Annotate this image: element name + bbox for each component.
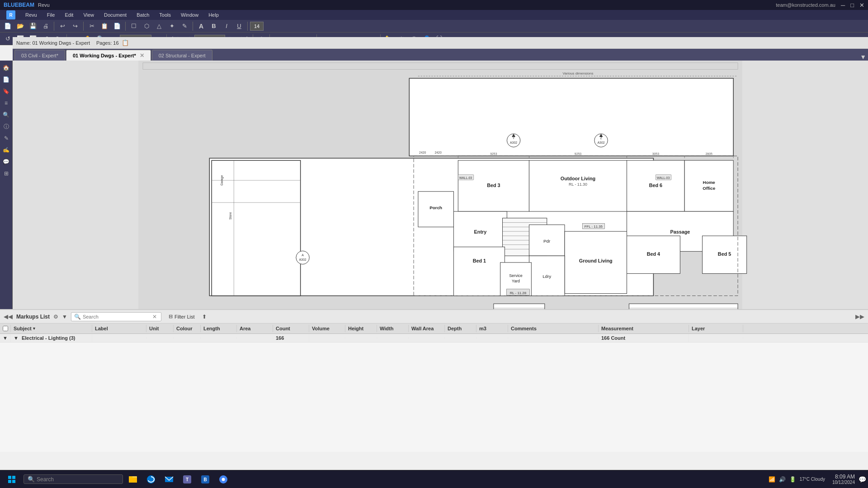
taskbar-icon-mail[interactable] [161,471,177,488]
col-header-depth[interactable]: Depth [445,325,476,332]
redo-btn[interactable]: ↪ [69,20,81,32]
menu-help[interactable]: Help [204,11,223,19]
taskbar-icon-bluebeam[interactable]: B [197,471,213,488]
sidebar-btn-markups[interactable]: ✎ [1,133,12,144]
panel-right-arrow[interactable]: ▶▶ [855,313,864,320]
tab-structural[interactable]: 02 Structural - Expert [152,50,212,61]
col-header-subject[interactable]: Subject ▾ [11,325,92,332]
col-header-area[interactable]: Area [237,325,273,332]
text-btn[interactable]: A [195,20,207,32]
col-header-width[interactable]: Width [377,325,409,332]
volume-icon[interactable]: 🔊 [779,476,786,483]
markup-btn1[interactable]: ☐ [128,20,140,32]
font-size-input[interactable] [250,22,264,31]
pages-label: Pages: 16 [96,40,119,46]
export-btn[interactable]: ⬆ [202,314,207,320]
col-header-volume[interactable]: Volume [309,325,345,332]
col-header-check[interactable] [0,325,11,332]
svg-rect-95 [12,476,15,479]
markup-btn4[interactable]: ✦ [166,20,178,32]
close-button[interactable]: ✕ [859,2,864,9]
col-header-m3[interactable]: m3 [476,325,508,332]
taskbar-search[interactable]: 🔍 Search [24,474,123,484]
tab-working-close[interactable]: ✕ [140,52,144,59]
start-button[interactable] [2,471,22,488]
svg-rect-100 [129,476,132,478]
tab-civil[interactable]: 03 Civil - Expert* [14,50,65,61]
new-btn[interactable]: 📄 [2,20,14,32]
notification-icon[interactable]: 💬 [859,476,866,483]
col-header-comments[interactable]: Comments [508,325,599,332]
filter-list-btn[interactable]: ⊟ Filter List [165,312,198,321]
sidebar-btn-layers[interactable]: ≡ [1,98,12,108]
sidebar-btn-comments[interactable]: 💬 [1,156,12,167]
search-clear-btn[interactable]: ✕ [152,314,157,320]
markup-btn3[interactable]: △ [153,20,165,32]
sidebar-btn-signatures[interactable]: ✍ [1,145,12,155]
maximize-button[interactable]: □ [850,2,854,9]
taskbar-icon-chrome[interactable] [215,471,231,488]
paste-btn[interactable]: 📄 [111,20,123,32]
battery-icon[interactable]: 🔋 [789,476,796,483]
copy-btn[interactable]: 📋 [99,20,110,32]
minimize-button[interactable]: ─ [841,2,845,9]
print-btn[interactable]: 🖨 [40,20,52,32]
sidebar-btn-properties[interactable]: ⓘ [1,121,12,132]
markup-btn5[interactable]: ✎ [179,20,190,32]
save-btn[interactable]: 💾 [27,20,39,32]
group-check: ▼ [0,334,11,342]
group-length [201,337,237,339]
markup-btn2[interactable]: ⬡ [141,20,152,32]
col-header-count[interactable]: Count [273,325,309,332]
cut-btn[interactable]: ✂ [86,20,98,32]
menu-view[interactable]: View [79,11,99,19]
menu-document[interactable]: Document [99,11,131,19]
markups-filter-icon-btn[interactable]: ▼ [62,314,67,320]
markups-search-input[interactable] [83,314,151,319]
refresh-btn[interactable]: ↺ [2,33,14,45]
tab-arrow[interactable]: ▼ [860,53,866,61]
menu-tools[interactable]: Tools [155,11,175,19]
sidebar-btn-pages[interactable]: 📄 [1,74,12,85]
taskbar-icon-edge[interactable] [143,471,159,488]
markups-header: ◀◀ Markups List ⚙ ▼ 🔍 ✕ ⊟ Filter List ⬆ … [0,310,868,324]
tab-working-dwgs[interactable]: 01 Working Dwgs - Expert* ✕ [66,50,151,61]
svg-text:B: B [203,477,207,482]
sidebar-btn-bookmarks[interactable]: 🔖 [1,86,12,97]
undo-btn[interactable]: ↩ [57,20,68,32]
canvas-area[interactable]: Bed 3 Outdoor Living RL - 11.30 Bed 6 Ho… [13,61,868,309]
menu-revu[interactable]: Revu [21,11,42,19]
col-header-wallarea[interactable]: Wall Area [409,325,445,332]
markups-settings-btn[interactable]: ⚙ [53,314,58,320]
clock[interactable]: 8:09 AM 10/12/2024 [832,474,855,485]
sidebar-btn-home[interactable]: 🏠 [1,62,12,73]
taskbar-icon-explorer[interactable] [125,471,141,488]
col-header-length[interactable]: Length [201,325,237,332]
menu-file[interactable]: File [42,11,60,19]
svg-text:A302: A302 [598,141,605,144]
menu-batch[interactable]: Batch [132,11,154,19]
col-header-label[interactable]: Label [92,325,146,332]
panel-collapse-arrow[interactable]: ◀◀ [4,313,13,320]
col-header-unit[interactable]: Unit [146,325,174,332]
select-all-checkbox[interactable] [3,326,8,331]
sidebar-btn-compare[interactable]: ⊞ [1,168,12,179]
group-expand-icon[interactable]: ▼ [14,335,19,341]
col-header-layer[interactable]: Layer [689,325,743,332]
col-header-colour[interactable]: Colour [174,325,201,332]
taskbar-icon-teams[interactable]: T [179,471,195,488]
svg-text:WALL-03: WALL-03 [459,176,472,179]
group-row-electrical[interactable]: ▼ ▼ Electrical - Lighting (3) 166 166 Co… [0,334,868,343]
svg-rect-96 [8,480,11,483]
sidebar-btn-search[interactable]: 🔍 [1,109,12,120]
menu-edit[interactable]: Edit [60,11,78,19]
underline-btn[interactable]: U [233,20,245,32]
open-btn[interactable]: 📂 [14,20,26,32]
italic-btn[interactable]: I [221,20,232,32]
wifi-icon[interactable]: 📶 [769,476,775,483]
col-header-measurement[interactable]: Measurement [599,325,689,332]
col-header-height[interactable]: Height [345,325,377,332]
pages-btn[interactable]: 📋 [122,39,129,46]
bold-btn[interactable]: B [208,20,220,32]
menu-window[interactable]: Window [176,11,203,19]
